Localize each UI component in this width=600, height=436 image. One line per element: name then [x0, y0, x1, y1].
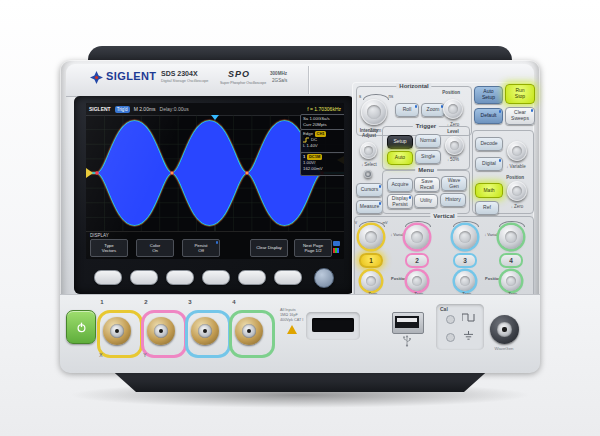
trigger-normal-button[interactable]: Normal — [415, 134, 441, 148]
softkey-3[interactable] — [166, 270, 194, 285]
zoom-button[interactable]: Zoom — [421, 103, 445, 117]
menu-off-button[interactable] — [364, 170, 372, 178]
timebase-knob[interactable] — [361, 99, 387, 125]
digital-io-slot — [312, 318, 354, 332]
trigger-single-button[interactable]: Single — [415, 150, 441, 164]
trigger-status-badge: Trig'd — [115, 106, 130, 113]
ch1-bnc-connector — [103, 317, 131, 345]
bnc-3-number: 3 — [186, 299, 194, 306]
cal-hook-bottom — [446, 333, 455, 342]
volts-label: V — [353, 222, 359, 226]
math-button[interactable]: Math — [475, 183, 503, 198]
channel-4-button[interactable]: 4 — [499, 253, 523, 268]
trigger-setup-button[interactable]: Setup — [387, 135, 413, 149]
bnc-1-number: 1 — [98, 299, 106, 306]
trigger-section: Trigger Setup Normal Auto Single Level 5… — [382, 126, 470, 170]
trigger-level-knob[interactable] — [445, 136, 464, 155]
memory-depth-readout: Curr 20Mpts — [303, 122, 343, 128]
samplerate-spec: 2GSa/s — [272, 78, 287, 83]
wavegen-label: WaveGen — [484, 347, 524, 352]
spo-subtitle: Super Phosphor Oscilloscope — [220, 81, 266, 85]
menu-toggle-button[interactable] — [314, 268, 334, 288]
menu-type-button[interactable]: Type Vectors — [90, 239, 128, 257]
analysis-variable-push-label: Variable — [499, 164, 533, 169]
channel-1-button[interactable]: 1 — [359, 253, 383, 268]
acquisition-info-box: Sa 1.00GSa/s Curr 20Mpts — [300, 114, 344, 130]
softkey-5[interactable] — [238, 270, 266, 285]
menu-color-button[interactable]: Color On — [136, 239, 174, 257]
roll-button[interactable]: Roll — [395, 103, 419, 117]
label: Adjust — [362, 133, 376, 138]
clear-sweeps-button[interactable]: Clear Sweeps — [505, 107, 535, 125]
power-icon — [76, 322, 87, 333]
select-push-label: Select — [354, 162, 384, 167]
display-persist-button[interactable]: Display Persist — [387, 194, 413, 209]
label: Persist — [392, 202, 407, 208]
channel-3-button[interactable]: 3 — [453, 253, 477, 268]
history-button[interactable]: History — [440, 193, 466, 207]
utility-button[interactable]: Utility — [414, 194, 438, 208]
analysis-scale-knob[interactable] — [507, 141, 527, 161]
default-button[interactable]: Default — [474, 108, 503, 124]
oscilloscope-product-photo: SIGLENT SDS 2304X Digital Storage Oscill… — [0, 0, 600, 436]
spo-logo: SPO — [228, 69, 250, 79]
auto-setup-button[interactable]: Auto Setup — [474, 86, 503, 104]
bnc-2-number: 2 — [142, 299, 150, 306]
ch3-position-knob[interactable] — [455, 271, 475, 291]
run-stop-button[interactable]: Run Stop — [505, 84, 535, 104]
analysis-position-knob[interactable] — [507, 181, 527, 201]
intensity-knob[interactable] — [360, 142, 377, 159]
cal-hook-top — [446, 315, 455, 324]
analysis-section: Decode Digital Variable Math Ref Positio… — [472, 130, 534, 214]
label: Page 1/2 — [304, 248, 321, 253]
label: Off — [198, 248, 204, 253]
ch3-bnc-connector — [191, 317, 219, 345]
fifty-percent-push-label: 50% — [441, 157, 465, 162]
ch4-bnc-connector — [235, 317, 263, 345]
trigger-auto-button[interactable]: Auto — [387, 151, 413, 165]
usb-status-icon — [333, 241, 340, 246]
model-number: SDS 2304X — [161, 70, 198, 77]
section-title: Trigger — [413, 123, 439, 129]
acquire-button[interactable]: Acquire — [387, 178, 413, 192]
usb-port-tongue — [397, 318, 417, 322]
softkey-1[interactable] — [94, 270, 122, 285]
ch1-scale-knob[interactable] — [359, 225, 383, 249]
onscreen-menu-bar: DISPLAY Type Vectors Color On Persist Of… — [86, 231, 344, 259]
softkey-6[interactable] — [274, 270, 302, 285]
ref-button[interactable]: Ref — [475, 201, 499, 215]
label: Clear Display — [256, 245, 282, 250]
nanoseconds-label: ns — [387, 94, 395, 99]
save-recall-button[interactable]: Save Recall — [414, 177, 440, 192]
label: Recall — [420, 185, 434, 191]
channel-2-button[interactable]: 2 — [405, 253, 429, 268]
ch4-scale-knob[interactable] — [499, 225, 523, 249]
label: Setup — [482, 95, 495, 101]
menu-clear-display-button[interactable]: Clear Display — [250, 239, 288, 257]
decode-button[interactable]: Decode — [475, 137, 503, 151]
ch2-scale-knob[interactable] — [405, 225, 429, 249]
ch1-position-knob[interactable] — [361, 271, 381, 291]
cursors-button[interactable]: Cursors — [356, 183, 383, 197]
softkey-2[interactable] — [130, 270, 158, 285]
ch3-scale-knob[interactable] — [453, 225, 477, 249]
measure-button[interactable]: Measure — [356, 200, 383, 214]
trigger-level-readout: L 1.40V — [303, 143, 343, 149]
ground-icon — [463, 331, 474, 341]
ch4-position-knob[interactable] — [501, 271, 521, 291]
stand-base — [95, 370, 505, 392]
brand-name: SIGLENT — [106, 70, 156, 82]
menu-persist-button[interactable]: Persist Off — [182, 239, 220, 257]
power-button[interactable] — [66, 310, 96, 344]
softkey-4[interactable] — [202, 270, 230, 285]
usb-icon — [402, 335, 412, 347]
analysis-position-label: Position — [501, 175, 529, 180]
cal-label: Cal — [440, 307, 452, 313]
control-panel: Horizontal s ns Zoom Roll Zoom Position … — [352, 82, 534, 300]
ch2-bnc-connector — [147, 317, 175, 345]
channel-info-box: 1 DC1M 1.00V/ 162.00mV — [300, 152, 344, 176]
h-position-knob[interactable] — [443, 99, 463, 119]
ch2-position-knob[interactable] — [407, 271, 427, 291]
menu-next-page-button[interactable]: Next Page Page 1/2 — [294, 239, 332, 257]
wave-gen-button[interactable]: Wave Gen — [441, 176, 467, 191]
